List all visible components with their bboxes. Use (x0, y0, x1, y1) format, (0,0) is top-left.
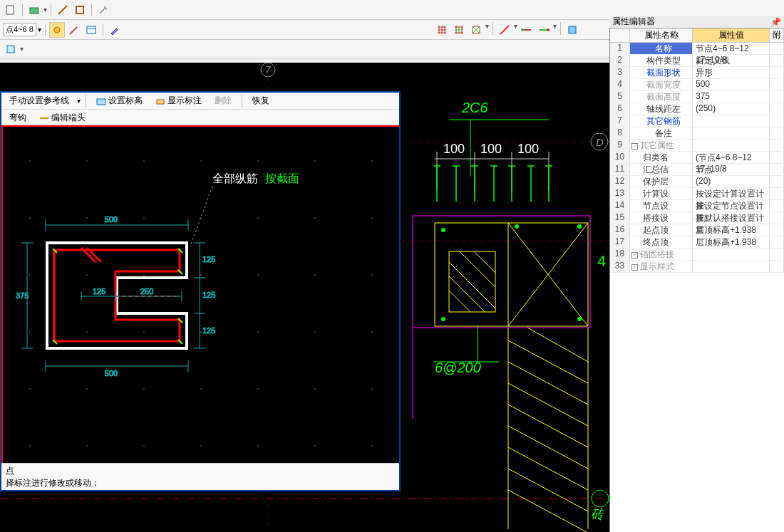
svg-point-116 (314, 388, 316, 390)
svg-point-123 (314, 445, 316, 447)
property-row[interactable]: 13计算设按设定计算设置计算 (610, 188, 784, 200)
property-row[interactable]: 2构件类型自定义线 (610, 55, 784, 67)
property-row[interactable]: 1名称节点4~6 8~12 17~19/8 (610, 43, 784, 55)
svg-line-55 (460, 251, 495, 287)
svg-text:125: 125 (93, 287, 105, 296)
property-row[interactable]: 4截面宽度500 (610, 79, 784, 91)
property-editor-header: 属性编辑器 📌 (609, 16, 784, 28)
svg-point-105 (86, 331, 88, 333)
tb-btn-d[interactable] (72, 2, 88, 18)
svg-point-111 (29, 388, 31, 390)
property-row[interactable]: 5截面高度375 (610, 91, 784, 103)
svg-text:D: D (596, 136, 604, 148)
section-canvas[interactable]: 全部纵筋 按截面 500 (1, 125, 399, 463)
float-toolbar: 手动设置参考线▾ 设置标高 显示标注 删除 恢复 弯钩 编辑端头 (1, 93, 399, 125)
tb-pan[interactable] (49, 22, 65, 38)
svg-text:全部纵筋: 全部纵筋 (212, 172, 258, 184)
svg-line-69 (508, 426, 588, 469)
svg-point-96 (371, 217, 373, 219)
svg-point-58 (441, 228, 445, 232)
svg-point-61 (441, 317, 445, 321)
btn-show-label[interactable]: 显示标注 (150, 93, 207, 109)
btn-set-level[interactable]: 设置标高 (91, 93, 148, 109)
btn-edit-end[interactable]: 编辑端头 (34, 110, 91, 126)
property-row[interactable]: 14节点设按设定节点设置计算 (610, 200, 784, 212)
tb-btn-a[interactable] (3, 2, 19, 18)
property-row[interactable]: 17终点顶层顶标高+1.938 (610, 236, 784, 249)
svg-text:100: 100 (480, 142, 502, 156)
svg-point-95 (314, 217, 316, 219)
svg-rect-43 (413, 216, 590, 328)
property-row[interactable]: 12保护层(20) (610, 176, 784, 188)
property-row[interactable]: 9-其它属性 (610, 140, 784, 152)
svg-rect-4 (87, 26, 96, 33)
svg-point-89 (371, 160, 373, 162)
svg-point-110 (371, 331, 373, 333)
tb-btn-b[interactable] (26, 2, 42, 18)
svg-point-115 (257, 388, 259, 390)
svg-rect-1 (30, 8, 38, 14)
property-row[interactable]: 3截面形状异形 (610, 67, 784, 79)
tb-brush[interactable] (66, 22, 82, 38)
tb-btn-c[interactable] (55, 2, 71, 18)
svg-point-87 (257, 160, 259, 162)
svg-line-56 (474, 251, 495, 273)
svg-line-68 (508, 405, 588, 447)
svg-point-109 (314, 331, 316, 333)
svg-point-59 (515, 224, 519, 229)
svg-text:2C6: 2C6 (461, 100, 489, 115)
svg-line-53 (449, 276, 485, 312)
tb-dialog[interactable] (83, 22, 99, 38)
btn-restore[interactable]: 恢复 (247, 93, 274, 109)
property-row[interactable]: 7其它钢筋 (610, 115, 784, 127)
svg-rect-51 (449, 251, 495, 312)
float-status: 点 择标注进行修改或移动； (1, 463, 399, 490)
svg-rect-80 (157, 100, 164, 104)
svg-line-67 (508, 383, 588, 426)
svg-rect-2 (76, 6, 83, 14)
tb-grid2[interactable] (451, 22, 467, 38)
svg-line-72 (508, 490, 588, 532)
section-editor-window: 手动设置参考线▾ 设置标高 显示标注 删除 恢复 弯钩 编辑端头 (0, 91, 401, 491)
btn-hook[interactable]: 弯钩 (4, 110, 31, 126)
tb-btn-e[interactable] (96, 2, 111, 18)
svg-line-52 (449, 262, 495, 308)
property-row[interactable]: 16起点顶层顶标高+1.938 (610, 224, 784, 236)
svg-text:375: 375 (16, 291, 29, 300)
property-row[interactable]: 15搭接设按默认搭接设置计算 (610, 212, 784, 224)
btn-delete[interactable]: 删除 (210, 93, 237, 109)
svg-point-118 (29, 445, 31, 447)
svg-point-114 (200, 388, 202, 390)
tb-grid1[interactable] (434, 22, 450, 38)
btn-set-refline[interactable]: 手动设置参考线 (4, 93, 74, 109)
svg-point-60 (577, 224, 582, 229)
svg-point-97 (29, 274, 31, 276)
property-row[interactable]: 11汇总信节点 (610, 164, 784, 176)
svg-point-88 (314, 160, 316, 162)
tb-drawA[interactable] (519, 22, 535, 38)
property-row[interactable]: 10归类名(节点4~6 8~12 17~19/8 (610, 152, 784, 164)
svg-text:125: 125 (202, 326, 215, 335)
pin-icon[interactable]: 📌 (770, 17, 784, 27)
svg-point-100 (200, 274, 202, 276)
tb-drawB[interactable] (536, 22, 552, 38)
tb-eyedrop[interactable] (107, 22, 123, 38)
tb-drawC[interactable] (564, 22, 580, 38)
tb-grid3[interactable] (468, 22, 484, 38)
property-row[interactable]: 8备注 (610, 127, 784, 140)
svg-point-7 (547, 28, 550, 31)
svg-text:250: 250 (140, 287, 153, 296)
tb-line[interactable] (497, 22, 512, 38)
node-combo[interactable]: 点4~6 8 (3, 23, 36, 36)
property-row[interactable]: 18+锚固搭接 (610, 249, 784, 261)
svg-point-103 (371, 274, 373, 276)
svg-text:125: 125 (202, 291, 215, 299)
property-row[interactable]: 33+显示样式 (610, 261, 784, 273)
svg-point-117 (371, 388, 373, 390)
svg-point-84 (86, 160, 88, 162)
svg-point-91 (86, 217, 88, 219)
svg-point-85 (143, 160, 145, 162)
svg-text:500: 500 (105, 369, 118, 377)
property-row[interactable]: 6轴线距左(250) (610, 103, 784, 115)
tb-small-a[interactable] (3, 41, 19, 57)
